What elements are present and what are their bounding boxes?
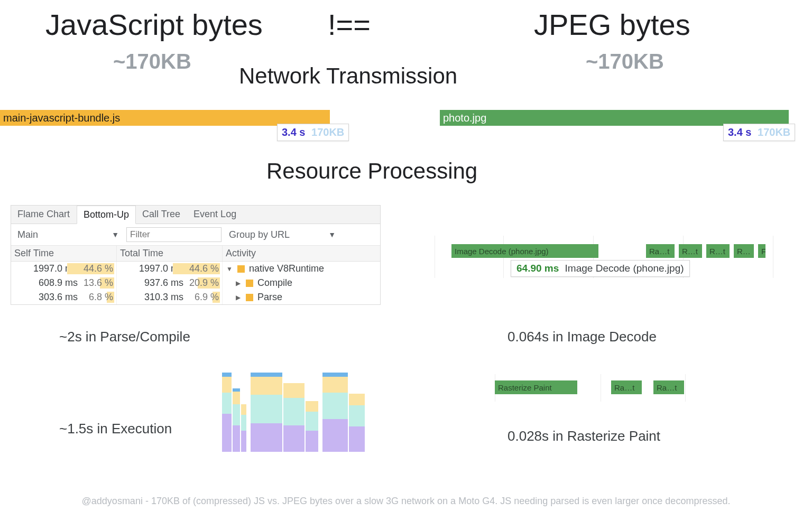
- raster-chip[interactable]: R…: [734, 244, 755, 258]
- total-pct: 20.9 %: [186, 277, 219, 289]
- total-pct: 44.6 %: [186, 263, 219, 274]
- total-ms: 937.6 ms: [136, 277, 183, 289]
- chevron-down-icon: ▼: [328, 230, 336, 239]
- col-self-time[interactable]: Self Time: [11, 246, 117, 261]
- self-ms: 608.9 ms: [30, 277, 78, 289]
- js-heading: JavaScript bytes: [45, 7, 263, 42]
- triangle-right-icon[interactable]: ▶: [234, 280, 242, 287]
- js-bar-tooltip: 3.4 s 170KB: [277, 124, 349, 141]
- self-pct: 13.6 %: [80, 277, 113, 289]
- profiler-header-row: Self Time Total Time Activity: [11, 246, 380, 262]
- summary-raster-paint: 0.028s in Rasterize Paint: [508, 428, 660, 444]
- not-equal-operator: !==: [328, 7, 371, 42]
- summary-parse-compile: ~2s in Parse/Compile: [59, 329, 190, 345]
- js-size: ~170KB: [113, 50, 191, 73]
- raster-chip[interactable]: Ra…t: [653, 380, 685, 394]
- flame-graph: [222, 370, 375, 452]
- tab-flame-chart[interactable]: Flame Chart: [11, 206, 77, 224]
- total-ms: 310.3 ms: [136, 292, 183, 303]
- filter-input-wrap: [126, 227, 222, 242]
- profiler-panel: Flame Chart Bottom-Up Call Tree Event Lo…: [11, 205, 381, 305]
- image-decode-timeline: Image Decode (phone.jpg) Ra…t R…t R…t R……: [435, 236, 799, 278]
- triangle-right-icon[interactable]: ▶: [234, 294, 242, 301]
- group-select[interactable]: Group by URL ▼: [227, 229, 338, 240]
- activity-swatch: [246, 294, 253, 301]
- summary-execution: ~1.5s in Execution: [59, 421, 172, 437]
- activity-label: native V8Runtime: [249, 263, 324, 274]
- self-pct: 6.8 %: [80, 292, 113, 303]
- chevron-down-icon: ▼: [112, 230, 119, 239]
- total-pct: 6.9 %: [186, 292, 219, 303]
- profiler-row[interactable]: 1997.0 ms 44.6 % 1997.0 ms 44.6 % ▼nativ…: [11, 262, 380, 276]
- activity-label: Compile: [257, 277, 292, 289]
- tab-event-log[interactable]: Event Log: [187, 206, 243, 224]
- image-decode-tooltip: 64.90 ms Image Decode (phone.jpg): [511, 260, 690, 277]
- js-bar-size: 170KB: [311, 126, 344, 138]
- processing-section-title: Resource Processing: [266, 159, 477, 184]
- image-decode-tooltip-label: Image Decode (phone.jpg): [565, 263, 684, 274]
- thread-select-label: Main: [17, 229, 38, 240]
- rasterize-segment[interactable]: Rasterize Paint: [495, 380, 578, 394]
- image-decode-ms: 64.90 ms: [516, 263, 559, 274]
- activity-label: Parse: [257, 292, 282, 303]
- jpeg-bar-time: 3.4 s: [728, 126, 751, 138]
- footnote: @addyosmani - 170KB of (compressed) JS v…: [0, 496, 812, 507]
- col-total-time[interactable]: Total Time: [117, 246, 223, 261]
- raster-chip[interactable]: Ra…t: [611, 380, 643, 394]
- tab-bottom-up[interactable]: Bottom-Up: [77, 206, 136, 224]
- network-section-title: Network Transmission: [239, 63, 457, 89]
- summary-image-decode: 0.064s in Image Decode: [508, 329, 657, 345]
- raster-chip[interactable]: F: [758, 244, 767, 258]
- raster-chip[interactable]: R…t: [706, 244, 731, 258]
- raster-chip[interactable]: R…t: [679, 244, 703, 258]
- jpeg-bar-label: photo.jpg: [443, 112, 486, 124]
- profiler-row[interactable]: 608.9 ms 13.6 % 937.6 ms 20.9 % ▶Compile: [11, 276, 380, 290]
- profiler-tabs: Flame Chart Bottom-Up Call Tree Event Lo…: [11, 206, 380, 224]
- image-decode-segment[interactable]: Image Decode (phone.jpg): [451, 244, 599, 258]
- profiler-controls: Main ▼ Group by URL ▼: [11, 224, 380, 246]
- js-bar-time: 3.4 s: [282, 126, 305, 138]
- jpeg-bar-size: 170KB: [758, 126, 790, 138]
- self-pct: 44.6 %: [80, 263, 113, 274]
- jpeg-size: ~170KB: [586, 50, 664, 73]
- group-select-label: Group by URL: [229, 229, 290, 240]
- thread-select[interactable]: Main ▼: [15, 229, 121, 240]
- jpeg-bar-tooltip: 3.4 s 170KB: [723, 124, 795, 141]
- col-activity[interactable]: Activity: [223, 246, 380, 261]
- self-ms: 303.6 ms: [30, 292, 78, 303]
- profiler-row[interactable]: 303.6 ms 6.8 % 310.3 ms 6.9 % ▶Parse: [11, 290, 380, 304]
- activity-swatch: [246, 280, 253, 287]
- raster-chip[interactable]: Ra…t: [646, 244, 676, 258]
- tab-call-tree[interactable]: Call Tree: [136, 206, 187, 224]
- activity-swatch: [237, 265, 245, 273]
- js-bar-label: main-javascript-bundle.js: [3, 112, 120, 124]
- jpeg-heading: JPEG bytes: [534, 7, 690, 42]
- filter-input[interactable]: [126, 227, 222, 242]
- rasterize-timeline: Rasterize Paint Ra…t Ra…t: [495, 377, 743, 398]
- triangle-down-icon[interactable]: ▼: [226, 265, 233, 273]
